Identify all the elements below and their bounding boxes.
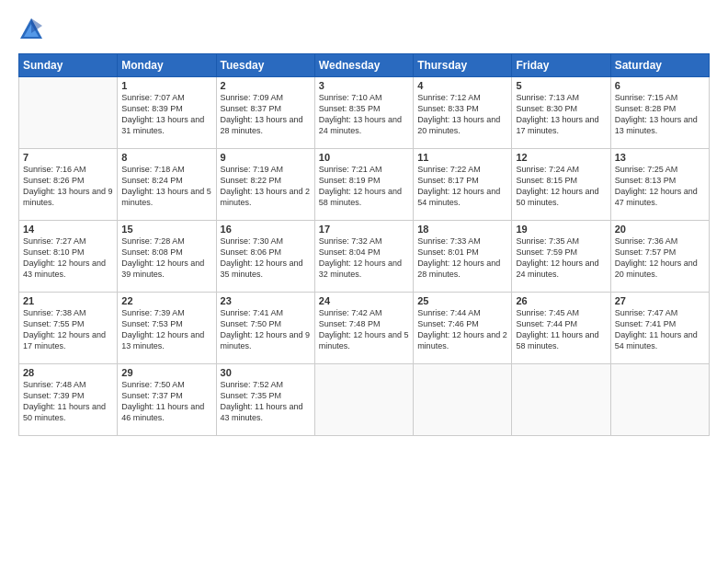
day-number: 24 — [319, 295, 409, 306]
day-info: Sunrise: 7:09 AM Sunset: 8:37 PM Dayligh… — [221, 92, 311, 137]
week-row-5: 28Sunrise: 7:48 AM Sunset: 7:39 PM Dayli… — [19, 364, 710, 436]
day-number: 17 — [319, 224, 409, 235]
day-number: 5 — [516, 80, 606, 91]
weekday-header-wednesday: Wednesday — [314, 54, 413, 77]
day-number: 11 — [417, 152, 507, 163]
day-number: 23 — [221, 295, 311, 306]
calendar-cell: 14Sunrise: 7:27 AM Sunset: 8:10 PM Dayli… — [19, 221, 118, 293]
calendar-cell: 9Sunrise: 7:19 AM Sunset: 8:22 PM Daylig… — [216, 149, 314, 221]
day-number: 9 — [221, 152, 311, 163]
day-info: Sunrise: 7:39 AM Sunset: 7:53 PM Dayligh… — [121, 307, 211, 352]
calendar-cell: 4Sunrise: 7:12 AM Sunset: 8:33 PM Daylig… — [414, 77, 512, 149]
day-info: Sunrise: 7:25 AM Sunset: 8:13 PM Dayligh… — [615, 164, 705, 209]
calendar-body: 1Sunrise: 7:07 AM Sunset: 8:39 PM Daylig… — [19, 77, 710, 436]
calendar-cell — [414, 364, 512, 436]
day-info: Sunrise: 7:16 AM Sunset: 8:26 PM Dayligh… — [23, 164, 113, 209]
calendar-cell: 24Sunrise: 7:42 AM Sunset: 7:48 PM Dayli… — [314, 293, 413, 364]
day-number: 19 — [516, 224, 606, 235]
weekday-header-saturday: Saturday — [610, 54, 709, 77]
day-info: Sunrise: 7:45 AM Sunset: 7:44 PM Dayligh… — [516, 307, 606, 352]
page: SundayMondayTuesdayWednesdayThursdayFrid… — [0, 0, 728, 563]
calendar-cell: 3Sunrise: 7:10 AM Sunset: 8:35 PM Daylig… — [314, 77, 413, 149]
day-number: 13 — [615, 152, 705, 163]
day-info: Sunrise: 7:10 AM Sunset: 8:35 PM Dayligh… — [319, 92, 409, 137]
calendar-cell — [610, 364, 709, 436]
day-info: Sunrise: 7:52 AM Sunset: 7:35 PM Dayligh… — [221, 379, 311, 424]
calendar: SundayMondayTuesdayWednesdayThursdayFrid… — [18, 53, 710, 436]
calendar-cell: 20Sunrise: 7:36 AM Sunset: 7:57 PM Dayli… — [610, 221, 709, 293]
day-info: Sunrise: 7:33 AM Sunset: 8:01 PM Dayligh… — [417, 236, 507, 281]
calendar-cell: 25Sunrise: 7:44 AM Sunset: 7:46 PM Dayli… — [414, 293, 512, 364]
day-number: 6 — [615, 80, 705, 91]
day-info: Sunrise: 7:24 AM Sunset: 8:15 PM Dayligh… — [516, 164, 606, 209]
day-number: 18 — [417, 224, 507, 235]
weekday-header-tuesday: Tuesday — [216, 54, 314, 77]
day-info: Sunrise: 7:28 AM Sunset: 8:08 PM Dayligh… — [121, 236, 211, 281]
calendar-cell: 12Sunrise: 7:24 AM Sunset: 8:15 PM Dayli… — [512, 149, 610, 221]
weekday-row: SundayMondayTuesdayWednesdayThursdayFrid… — [19, 54, 710, 77]
week-row-3: 14Sunrise: 7:27 AM Sunset: 8:10 PM Dayli… — [19, 221, 710, 293]
day-number: 25 — [417, 295, 507, 306]
day-number: 26 — [516, 295, 606, 306]
day-number: 20 — [615, 224, 705, 235]
logo — [18, 17, 48, 42]
weekday-header-thursday: Thursday — [414, 54, 512, 77]
calendar-cell: 6Sunrise: 7:15 AM Sunset: 8:28 PM Daylig… — [610, 77, 709, 149]
day-number: 12 — [516, 152, 606, 163]
day-number: 21 — [23, 295, 113, 306]
calendar-cell: 11Sunrise: 7:22 AM Sunset: 8:17 PM Dayli… — [414, 149, 512, 221]
day-number: 15 — [121, 224, 211, 235]
day-info: Sunrise: 7:42 AM Sunset: 7:48 PM Dayligh… — [319, 307, 409, 352]
calendar-cell: 21Sunrise: 7:38 AM Sunset: 7:55 PM Dayli… — [19, 293, 118, 364]
day-number: 29 — [121, 367, 211, 378]
day-info: Sunrise: 7:50 AM Sunset: 7:37 PM Dayligh… — [121, 379, 211, 424]
day-info: Sunrise: 7:48 AM Sunset: 7:39 PM Dayligh… — [23, 379, 113, 424]
day-info: Sunrise: 7:15 AM Sunset: 8:28 PM Dayligh… — [615, 92, 705, 137]
calendar-cell: 26Sunrise: 7:45 AM Sunset: 7:44 PM Dayli… — [512, 293, 610, 364]
day-info: Sunrise: 7:32 AM Sunset: 8:04 PM Dayligh… — [319, 236, 409, 281]
day-info: Sunrise: 7:13 AM Sunset: 8:30 PM Dayligh… — [516, 92, 606, 137]
calendar-cell: 15Sunrise: 7:28 AM Sunset: 8:08 PM Dayli… — [118, 221, 216, 293]
week-row-1: 1Sunrise: 7:07 AM Sunset: 8:39 PM Daylig… — [19, 77, 710, 149]
day-info: Sunrise: 7:18 AM Sunset: 8:24 PM Dayligh… — [121, 164, 211, 209]
day-number: 1 — [121, 80, 211, 91]
calendar-cell: 30Sunrise: 7:52 AM Sunset: 7:35 PM Dayli… — [216, 364, 314, 436]
day-info: Sunrise: 7:30 AM Sunset: 8:06 PM Dayligh… — [221, 236, 311, 281]
calendar-header: SundayMondayTuesdayWednesdayThursdayFrid… — [19, 54, 710, 77]
week-row-4: 21Sunrise: 7:38 AM Sunset: 7:55 PM Dayli… — [19, 293, 710, 364]
calendar-cell: 23Sunrise: 7:41 AM Sunset: 7:50 PM Dayli… — [216, 293, 314, 364]
day-info: Sunrise: 7:07 AM Sunset: 8:39 PM Dayligh… — [121, 92, 211, 137]
calendar-cell: 17Sunrise: 7:32 AM Sunset: 8:04 PM Dayli… — [314, 221, 413, 293]
weekday-header-friday: Friday — [512, 54, 610, 77]
calendar-cell: 13Sunrise: 7:25 AM Sunset: 8:13 PM Dayli… — [610, 149, 709, 221]
day-info: Sunrise: 7:12 AM Sunset: 8:33 PM Dayligh… — [417, 92, 507, 137]
day-number: 22 — [121, 295, 211, 306]
day-number: 16 — [221, 224, 311, 235]
day-number: 4 — [417, 80, 507, 91]
day-number: 30 — [221, 367, 311, 378]
day-number: 27 — [615, 295, 705, 306]
day-number: 8 — [121, 152, 211, 163]
day-number: 2 — [221, 80, 311, 91]
calendar-cell: 28Sunrise: 7:48 AM Sunset: 7:39 PM Dayli… — [19, 364, 118, 436]
calendar-cell — [314, 364, 413, 436]
day-number: 7 — [23, 152, 113, 163]
header — [18, 17, 710, 42]
day-number: 14 — [23, 224, 113, 235]
day-number: 3 — [319, 80, 409, 91]
day-info: Sunrise: 7:21 AM Sunset: 8:19 PM Dayligh… — [319, 164, 409, 209]
week-row-2: 7Sunrise: 7:16 AM Sunset: 8:26 PM Daylig… — [19, 149, 710, 221]
day-info: Sunrise: 7:38 AM Sunset: 7:55 PM Dayligh… — [23, 307, 113, 352]
day-info: Sunrise: 7:35 AM Sunset: 7:59 PM Dayligh… — [516, 236, 606, 281]
day-info: Sunrise: 7:47 AM Sunset: 7:41 PM Dayligh… — [615, 307, 705, 352]
calendar-cell: 18Sunrise: 7:33 AM Sunset: 8:01 PM Dayli… — [414, 221, 512, 293]
calendar-cell: 29Sunrise: 7:50 AM Sunset: 7:37 PM Dayli… — [118, 364, 216, 436]
day-info: Sunrise: 7:44 AM Sunset: 7:46 PM Dayligh… — [417, 307, 507, 352]
day-number: 10 — [319, 152, 409, 163]
calendar-cell: 7Sunrise: 7:16 AM Sunset: 8:26 PM Daylig… — [19, 149, 118, 221]
logo-icon — [18, 17, 44, 42]
calendar-cell: 16Sunrise: 7:30 AM Sunset: 8:06 PM Dayli… — [216, 221, 314, 293]
calendar-cell: 27Sunrise: 7:47 AM Sunset: 7:41 PM Dayli… — [610, 293, 709, 364]
calendar-cell: 1Sunrise: 7:07 AM Sunset: 8:39 PM Daylig… — [118, 77, 216, 149]
calendar-cell: 5Sunrise: 7:13 AM Sunset: 8:30 PM Daylig… — [512, 77, 610, 149]
